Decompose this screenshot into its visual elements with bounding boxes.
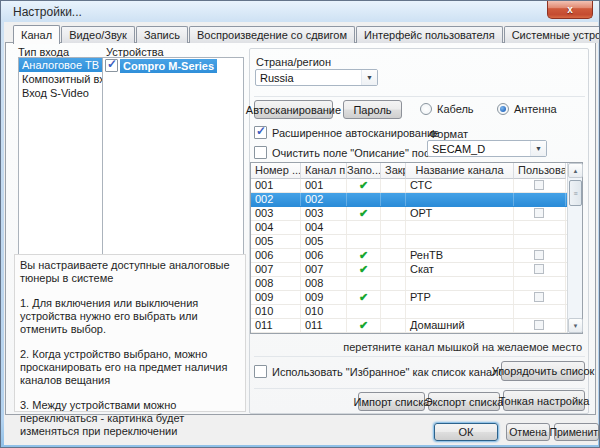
check-icon: ✓ [256,124,266,138]
scroll-up-button[interactable]: ▲ [568,163,583,178]
channel-name-cell [406,277,514,290]
user-checkbox-icon[interactable] [534,250,544,260]
apply-button[interactable]: Применить [554,423,599,441]
cancel-button[interactable]: Отмена [506,423,550,441]
grip-icon: ≡ [573,190,577,197]
closed-cell [381,207,406,220]
input-type-item-2[interactable]: Вход S-Video [19,86,102,100]
titlebar[interactable]: Настройки... x [1,1,599,22]
user-checkbox-icon[interactable] [534,264,544,274]
checkbox-icon[interactable]: ✓ [105,59,118,72]
green-check-icon: ✔ [359,263,368,275]
export-list-button[interactable]: Экспорт списка [428,392,500,411]
channel-name-cell: СТС [406,179,514,192]
advanced-autoscan-checkbox[interactable]: ✓ Расширенное автосканирование [254,126,439,139]
checkbox-icon[interactable] [254,146,267,159]
favorites-checkbox[interactable]: Использовать "Избранное" как список кана… [254,365,511,378]
user-cell [514,291,566,304]
tab-3[interactable]: Воспроизведение со сдвигом [189,26,355,43]
column-header-3[interactable]: Закр... [381,163,406,179]
channel-number-cell: 002 [251,193,301,206]
channel-settings-group: Страна/регион Russia ▼ Автосканирование … [249,48,589,414]
close-button[interactable]: x [547,1,593,19]
table-row-004[interactable]: 004004 [251,221,582,235]
table-row-011[interactable]: 011011✔Домашний [251,319,582,333]
checkbox-icon[interactable]: ✓ [254,126,267,139]
scroll-down-button[interactable]: ▼ [568,318,583,333]
user-cell [514,319,566,332]
closed-cell [381,263,406,276]
input-type-item-0[interactable]: Аналоговое ТВ [19,58,102,72]
tab-4[interactable]: Интерфейс пользователя [356,26,503,43]
description-paragraph: 1. Для включения или выключения устройст… [20,297,240,336]
antenna-radio[interactable]: Антенна [497,103,557,115]
table-row-002[interactable]: 002002 [251,193,582,207]
password-button[interactable]: Пароль [343,100,402,119]
import-list-button[interactable]: Импорт списка [358,392,425,411]
settings-window: Настройки... x КаналВидео/ЗвукЗаписьВосп… [0,0,600,448]
radio-icon[interactable] [497,103,509,115]
user-cell [514,305,566,318]
column-header-4[interactable]: Название канала [406,163,514,179]
table-row-006[interactable]: 006006✔РенТВ [251,249,582,263]
column-header-0[interactable]: Номер ... [251,163,301,179]
closed-cell [381,221,406,234]
country-select[interactable]: Russia ▼ [255,69,378,86]
memorized-cell [347,235,381,248]
country-label: Страна/регион [256,56,331,68]
arrow-up-icon: ▲ [573,168,579,174]
column-header-5[interactable]: Пользоват... [514,163,566,179]
table-row-005[interactable]: 005005 [251,235,582,249]
cable-radio[interactable]: Кабель [420,103,474,115]
scrollbar-thumb[interactable]: ≡ [569,180,582,206]
tab-1[interactable]: Видео/Звук [61,26,135,43]
input-type-item-1[interactable]: Композитный вход [19,72,102,86]
channel-name-cell [406,305,514,318]
cable-radio-label: Кабель [437,103,474,115]
autoscan-button[interactable]: Автосканирование [254,100,333,119]
chevron-down-icon: ▼ [361,70,377,85]
ok-button[interactable]: ОК [434,423,498,441]
column-header-2[interactable]: Запо... [347,163,381,179]
closed-cell [381,291,406,304]
fine-tuning-button[interactable]: Тонкая настройка [503,390,585,411]
device-item-0[interactable]: ✓Compro M-Series [103,58,243,73]
green-check-icon: ✔ [359,249,368,261]
checkbox-icon[interactable] [254,365,267,378]
channel-name-cell: ОРТ [406,207,514,220]
receive-channel-cell: 011 [301,319,347,332]
format-select[interactable]: SECAM_D ▼ [427,140,547,157]
table-row-009[interactable]: 009009✔РТР [251,291,582,305]
closed-cell [381,305,406,318]
order-list-button[interactable]: Упорядочить список [501,361,585,381]
antenna-radio-label: Антенна [514,103,557,115]
memorized-cell: ✔ [347,207,381,220]
memorized-cell [347,193,381,206]
user-checkbox-icon[interactable] [534,180,544,190]
user-checkbox-icon[interactable] [534,320,544,330]
separator [254,388,585,389]
table-row-010[interactable]: 010010 [251,305,582,319]
user-cell [514,263,566,276]
tab-2[interactable]: Запись [136,26,188,43]
green-check-icon: ✔ [359,291,368,303]
tab-0[interactable]: Канал [13,25,60,44]
memorized-cell [347,305,381,318]
channel-name-cell: Домашний [406,319,514,332]
column-header-1[interactable]: Канал п... [301,163,347,179]
vertical-scrollbar[interactable]: ▲ ≡ ▼ [567,163,582,333]
user-cell [514,207,566,220]
receive-channel-cell: 001 [301,179,347,192]
table-row-008[interactable]: 008008 [251,277,582,291]
receive-channel-cell: 010 [301,305,347,318]
user-checkbox-icon[interactable] [534,292,544,302]
check-icon: ✓ [107,57,117,71]
tab-5[interactable]: Системные устройства [504,26,600,43]
table-row-003[interactable]: 003003✔ОРТ [251,207,582,221]
radio-icon[interactable] [420,103,432,115]
channel-name-cell [406,193,514,206]
table-row-007[interactable]: 007007✔Скат [251,263,582,277]
table-row-001[interactable]: 001001✔СТС [251,179,582,193]
user-checkbox-icon[interactable] [534,208,544,218]
closed-cell [381,319,406,332]
